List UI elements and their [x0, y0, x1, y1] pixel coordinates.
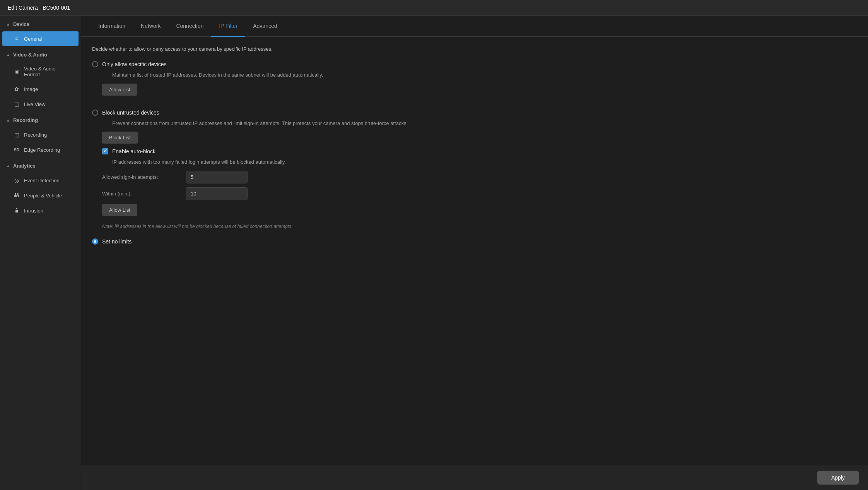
sidebar-item-live-view-label: Live View [24, 101, 45, 107]
sidebar: ▲ Device ≡ General ▲ Video & Audio ▣ Vid… [0, 16, 81, 490]
event-detection-icon: ◎ [13, 177, 20, 184]
tab-ip-filter[interactable]: IP Filter [211, 16, 245, 37]
only-allow-list-button[interactable]: Allow List [102, 84, 137, 96]
block-untrusted-label: Block untrusted devices [102, 110, 159, 116]
sidebar-item-image[interactable]: ✿ Image [2, 82, 79, 96]
auto-block-description: IP addresses with too many failed login … [112, 158, 857, 166]
only-allow-radio[interactable] [92, 61, 98, 67]
footer-bar: Apply [81, 465, 868, 490]
enable-auto-block-text: Enable auto-block [112, 148, 155, 154]
chevron-icon: ▲ [6, 22, 10, 26]
sidebar-item-video-audio-format-label: Video & Audio Format [24, 66, 72, 77]
within-minutes-label: Within (min.): [102, 191, 179, 197]
sign-in-attempts-label: Allowed sign-in attempts: [102, 174, 179, 180]
block-untrusted-radio-label[interactable]: Block untrusted devices [92, 110, 857, 116]
set-no-limits-radio-label[interactable]: Set no limits [92, 238, 857, 245]
image-icon: ✿ [13, 86, 20, 93]
allow-list-note: Note: IP addresses in the allow list wil… [102, 224, 857, 229]
sidebar-section-analytics-label: Analytics [13, 163, 36, 169]
sidebar-item-recording[interactable]: ◫ Recording [2, 127, 79, 142]
window-title: Edit Camera - BC500-001 [8, 5, 70, 11]
page-description: Decide whether to allow or deny access t… [92, 46, 857, 52]
people-vehicle-icon [13, 192, 20, 199]
sidebar-item-live-view[interactable]: ▢ Live View [2, 97, 79, 111]
video-audio-format-icon: ▣ [13, 68, 20, 75]
only-allow-radio-label[interactable]: Only allow specific devices [92, 61, 857, 67]
sidebar-item-people-vehicle-label: People & Vehicle [24, 193, 62, 199]
only-allow-content: Maintain a list of trusted IP addresses.… [102, 71, 857, 100]
sidebar-item-people-vehicle[interactable]: People & Vehicle [2, 188, 79, 203]
live-view-icon: ▢ [13, 101, 20, 108]
sidebar-section-recording[interactable]: ▲ Recording [0, 112, 81, 127]
tab-information[interactable]: Information [91, 16, 133, 37]
option-set-no-limits: Set no limits [92, 238, 857, 245]
within-minutes-input[interactable] [186, 187, 248, 200]
chevron-icon: ▲ [6, 53, 10, 57]
sign-in-attempts-input[interactable] [186, 171, 248, 183]
block-list-button[interactable]: Block List [102, 132, 138, 144]
content-scroll: Decide whether to allow or deny access t… [81, 37, 868, 465]
sidebar-section-video-audio-label: Video & Audio [13, 52, 47, 58]
only-allow-label: Only allow specific devices [102, 61, 167, 67]
set-no-limits-radio[interactable] [92, 238, 98, 245]
within-minutes-row: Within (min.): [102, 187, 857, 200]
set-no-limits-label: Set no limits [102, 238, 132, 245]
sign-in-attempts-row: Allowed sign-in attempts: [102, 171, 857, 183]
sidebar-item-video-audio-format[interactable]: ▣ Video & Audio Format [2, 62, 79, 81]
only-allow-description: Maintain a list of trusted IP addresses.… [112, 71, 857, 79]
option-only-allow: Only allow specific devices Maintain a l… [92, 61, 857, 100]
block-untrusted-description: Prevent connections from untrusted IP ad… [112, 120, 857, 127]
sidebar-item-general[interactable]: ≡ General [2, 31, 79, 46]
chevron-icon: ▲ [6, 118, 10, 122]
sidebar-section-recording-label: Recording [13, 117, 38, 123]
sidebar-item-intrusion[interactable]: Intrusion [2, 203, 79, 218]
sidebar-item-edge-recording[interactable]: SD Edge Recording [2, 142, 79, 157]
content-area: Information Network Connection IP Filter… [81, 16, 868, 490]
sidebar-section-analytics[interactable]: ▲ Analytics [0, 158, 81, 173]
title-bar: Edit Camera - BC500-001 [0, 0, 868, 16]
block-untrusted-content: Prevent connections from untrusted IP ad… [102, 120, 857, 229]
tabs-bar: Information Network Connection IP Filter… [81, 16, 868, 37]
chevron-icon: ▲ [6, 164, 10, 168]
intrusion-icon [13, 207, 20, 214]
tab-network[interactable]: Network [133, 16, 168, 37]
sidebar-item-event-detection[interactable]: ◎ Event Detection [2, 173, 79, 188]
sidebar-section-video-audio[interactable]: ▲ Video & Audio [0, 46, 81, 62]
sidebar-item-edge-recording-label: Edge Recording [24, 147, 60, 153]
main-layout: ▲ Device ≡ General ▲ Video & Audio ▣ Vid… [0, 16, 868, 490]
sidebar-item-intrusion-label: Intrusion [24, 208, 43, 214]
block-untrusted-radio[interactable] [92, 110, 98, 116]
enable-auto-block-label[interactable]: Enable auto-block [102, 148, 857, 154]
sidebar-section-device-label: Device [13, 21, 29, 27]
recording-icon: ◫ [13, 131, 20, 138]
sidebar-item-image-label: Image [24, 86, 38, 92]
tab-advanced[interactable]: Advanced [245, 16, 285, 37]
general-icon: ≡ [13, 35, 20, 42]
sidebar-item-event-detection-label: Event Detection [24, 178, 60, 183]
sidebar-item-recording-label: Recording [24, 132, 47, 138]
edge-recording-icon: SD [13, 146, 20, 153]
tab-connection[interactable]: Connection [168, 16, 211, 37]
option-block-untrusted: Block untrusted devices Prevent connecti… [92, 110, 857, 229]
apply-button[interactable]: Apply [817, 471, 859, 485]
sidebar-item-general-label: General [24, 36, 42, 42]
sidebar-section-device[interactable]: ▲ Device [0, 16, 81, 31]
enable-auto-block-checkbox[interactable] [102, 148, 108, 154]
block-untrusted-allow-list-button[interactable]: Allow List [102, 204, 137, 216]
